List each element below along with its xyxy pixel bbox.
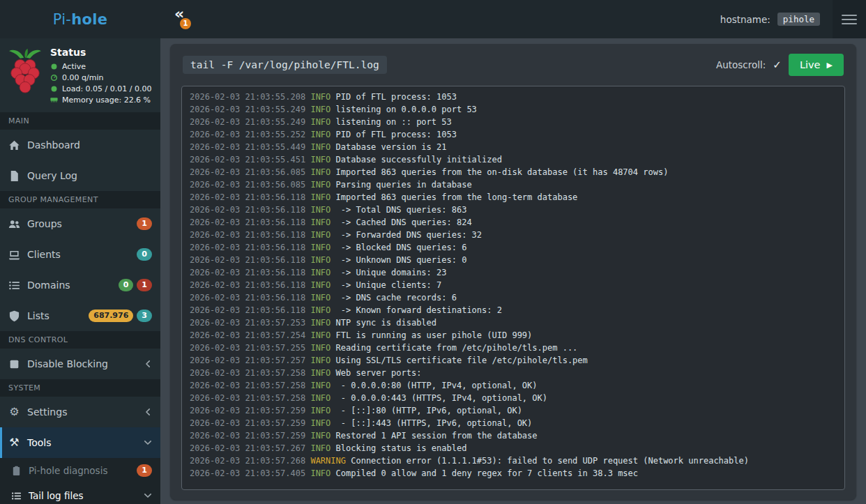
sidebar-item-pi-hole-diagnosis[interactable]: Pi-hole diagnosis1 [0, 458, 160, 483]
main-content: tail -F /var/log/pihole/FTL.log Autoscro… [160, 38, 866, 504]
log-line: 2026-02-03 21:03:57.254 INFO FTL is runn… [190, 329, 837, 342]
sidebar-item-disable-blocking[interactable]: Disable Blocking [0, 349, 160, 379]
status-item: Memory usage: 22.6 % [50, 96, 155, 105]
log-line: 2026-02-03 21:03:57.259 INFO Restored 1 … [190, 429, 837, 442]
sidebar-item-lists[interactable]: Lists687.9763 [0, 300, 160, 331]
status-item: 0.00 q/min [50, 73, 155, 82]
sidebar-item-tools[interactable]: ⚒Tools [0, 427, 160, 458]
sidebar-item-clients[interactable]: Clients0 [0, 239, 160, 270]
laptop-icon [8, 249, 20, 261]
log-line: 2026-02-03 21:03:55.451 INFO Database su… [190, 153, 837, 166]
status-text: 0.00 q/min [62, 73, 103, 82]
log-line: 2026-02-03 21:03:56.085 INFO Parsing que… [190, 178, 837, 191]
log-line: 2026-02-03 21:03:57.259 INFO - [::]:80 (… [190, 404, 837, 417]
log-line: 2026-02-03 21:03:56.118 INFO -> Total DN… [190, 204, 837, 216]
menu-item-label: Domains [27, 280, 70, 291]
menu-section-header: SYSTEM [0, 379, 160, 397]
topbar-menu-button[interactable] [833, 0, 866, 38]
count-badge: 1 [137, 464, 152, 476]
log-line: 2026-02-03 21:03:57.255 INFO Reading cer… [190, 342, 837, 354]
sidebar-item-groups[interactable]: Groups1 [0, 208, 160, 239]
log-line: 2026-02-03 21:03:57.258 INFO Web server … [190, 367, 837, 379]
load-dot-icon [50, 85, 58, 93]
live-button[interactable]: Live ▶ [789, 54, 844, 76]
menu-item-label: Lists [27, 310, 50, 321]
log-line: 2026-02-03 21:03:55.249 INFO listening o… [190, 116, 837, 128]
list-icon [11, 491, 22, 501]
log-line: 2026-02-03 21:03:56.118 INFO -> Forwarde… [190, 229, 837, 241]
status-dot-icon [50, 63, 58, 70]
gears-icon: ⚙ [8, 406, 20, 418]
menu-section-header: MAIN [0, 112, 160, 130]
menu-item-label: Tools [27, 437, 52, 448]
tools-icon: ⚒ [8, 437, 20, 449]
sidebar-item-dashboard[interactable]: Dashboard [0, 130, 160, 160]
count-badge: 687.976 [89, 310, 133, 321]
status-item: Active [50, 62, 155, 71]
log-line: 2026-02-03 21:03:57.257 INFO Using SSL/T… [190, 354, 837, 367]
sidebar-item-tail-log-files[interactable]: Tail log files [0, 483, 160, 504]
menu-item-label: Query Log [27, 170, 77, 181]
count-badge: 1 [137, 279, 152, 291]
status-item: Load: 0.05 / 0.01 / 0.00 [50, 84, 155, 93]
autoscroll-checkbox[interactable]: ✓ [773, 59, 782, 71]
topbar: « 1 hostname: pihole [160, 0, 866, 38]
status-items: Active0.00 q/minLoad: 0.05 / 0.01 / 0.00… [50, 62, 155, 105]
sidebar-collapse-button[interactable]: « 1 [174, 6, 198, 33]
status-text: Load: 0.05 / 0.01 / 0.00 [62, 84, 151, 93]
menu-item-label: Groups [27, 218, 62, 229]
raspberry-logo-icon [3, 45, 47, 98]
log-line: 2026-02-03 21:03:57.268 WARNING Connecti… [190, 455, 837, 467]
log-line: 2026-02-03 21:03:57.258 INFO - 0.0.0.0:8… [190, 379, 837, 392]
file-icon [8, 170, 20, 182]
count-badge: 3 [137, 310, 152, 321]
update-badge: 1 [180, 18, 191, 29]
gauge-icon [50, 74, 58, 82]
sidebar: Pi-hole Status Active0.00 q/minLoad: 0.0… [0, 0, 160, 504]
chevron-down-icon [144, 438, 152, 447]
menu-item-label: Settings [27, 406, 67, 418]
pihole-brand[interactable]: Pi-hole [0, 0, 160, 38]
list-icon [8, 280, 20, 291]
sidebar-item-domains[interactable]: Domains01 [0, 270, 160, 300]
status-text: Memory usage: 22.6 % [62, 96, 151, 105]
sidebar-menu: MAINDashboardQuery LogGROUP MANAGEMENTGr… [0, 112, 160, 504]
shield-icon [8, 310, 20, 322]
log-line: 2026-02-03 21:03:56.118 INFO -> Unique c… [190, 279, 837, 291]
menu-item-label: Clients [27, 249, 61, 260]
menu-item-label: Disable Blocking [27, 358, 108, 369]
submenu: Pi-hole diagnosis1Tail log files [0, 458, 160, 504]
menu-section-header: GROUP MANAGEMENT [0, 191, 160, 208]
users-icon [8, 218, 20, 230]
log-line: 2026-02-03 21:03:56.118 INFO Imported 86… [190, 191, 837, 204]
menu-item-label: Pi-hole diagnosis [29, 465, 107, 476]
log-line: 2026-02-03 21:03:55.208 INFO PID of FTL … [190, 91, 837, 103]
log-line: 2026-02-03 21:03:55.249 INFO listening o… [190, 103, 837, 116]
log-line: 2026-02-03 21:03:57.267 INFO Blocking st… [190, 442, 837, 455]
brand-prefix: Pi- [53, 11, 72, 28]
chevron-down-icon [144, 491, 152, 500]
log-line: 2026-02-03 21:03:56.118 INFO -> Known fo… [190, 304, 837, 316]
sidebar-item-query-log[interactable]: Query Log [0, 160, 160, 191]
status-heading: Status [50, 47, 155, 58]
log-line: 2026-02-03 21:03:56.085 INFO Imported 86… [190, 166, 837, 178]
log-line: 2026-02-03 21:03:57.405 INFO Compiled 0 … [190, 467, 837, 480]
log-line: 2026-02-03 21:03:56.118 INFO -> Unique d… [190, 266, 837, 279]
card-header: tail -F /var/log/pihole/FTL.log Autoscro… [170, 44, 856, 82]
memory-icon [50, 96, 58, 104]
status-text: Active [62, 62, 86, 71]
log-line: 2026-02-03 21:03:57.253 INFO NTP sync is… [190, 316, 837, 329]
home-icon [8, 139, 20, 151]
tail-command: tail -F /var/log/pihole/FTL.log [183, 56, 387, 74]
menu-item-label: Tail log files [29, 490, 84, 501]
log-line: 2026-02-03 21:03:56.118 INFO -> Cached D… [190, 216, 837, 229]
log-line: 2026-02-03 21:03:57.259 INFO - [::]:443 … [190, 417, 837, 429]
count-badge: 1 [137, 217, 152, 229]
count-badge: 0 [119, 279, 134, 291]
clipboard-icon [11, 466, 22, 476]
play-icon: ▶ [827, 61, 833, 69]
sidebar-item-settings[interactable]: ⚙Settings [0, 397, 160, 427]
log-line: 2026-02-03 21:03:56.118 INFO -> DNS cach… [190, 291, 837, 304]
log-line: 2026-02-03 21:03:57.258 INFO - 0.0.0.0:4… [190, 392, 837, 404]
log-output[interactable]: 2026-02-03 21:03:55.208 INFO PID of FTL … [181, 86, 845, 490]
